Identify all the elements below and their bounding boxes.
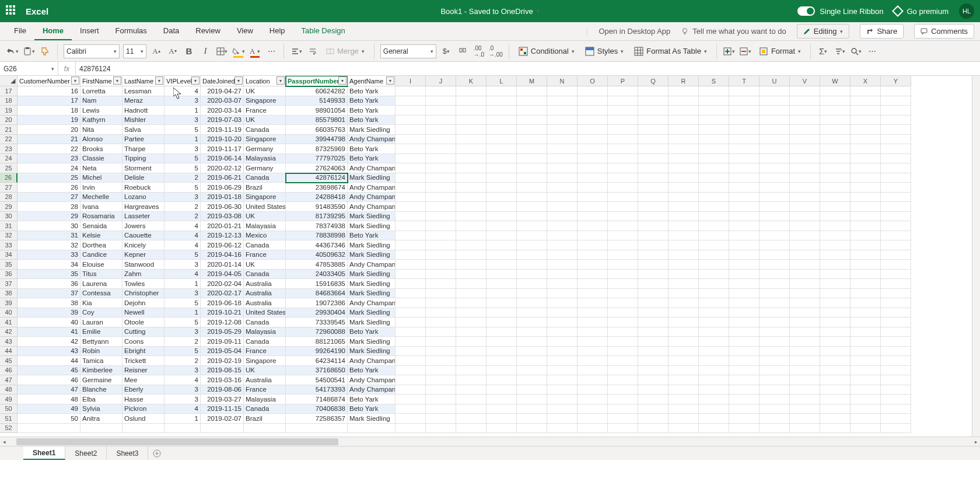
cell-empty[interactable]: [426, 347, 456, 357]
cell-46-agentname[interactable]: Beto Yark: [348, 366, 396, 376]
cell-empty[interactable]: [850, 231, 881, 241]
cell-empty[interactable]: [850, 116, 881, 125]
cell-19-lastname[interactable]: Hadnott: [123, 106, 164, 116]
cell-empty[interactable]: [547, 96, 578, 106]
cell-empty[interactable]: [517, 154, 547, 164]
cell-empty[interactable]: [790, 144, 820, 154]
cell-38-agentname[interactable]: Mark Siedling: [348, 289, 396, 299]
cell-36-location[interactable]: Canada: [244, 270, 286, 280]
cell-19-location[interactable]: France: [244, 106, 286, 116]
column-header-S[interactable]: S: [699, 76, 729, 86]
column-header-I[interactable]: I: [396, 76, 426, 86]
cell-empty[interactable]: [729, 135, 760, 145]
cell-empty[interactable]: [850, 337, 881, 347]
cell-empty[interactable]: [850, 221, 881, 231]
cell-46-firstname[interactable]: Kimberlee: [80, 366, 123, 376]
cell-43-datejoined[interactable]: 2019-09-11: [201, 337, 244, 347]
cell-49-firstname[interactable]: Elba: [80, 395, 123, 404]
cell-45-customernumber[interactable]: 44: [18, 356, 80, 366]
cell-empty[interactable]: [426, 317, 456, 327]
cell-empty[interactable]: [638, 86, 668, 96]
cell-empty[interactable]: [517, 240, 547, 250]
cell-empty[interactable]: [820, 298, 850, 308]
cell-37-datejoined[interactable]: 2020-02-04: [201, 279, 244, 289]
cell-empty[interactable]: [517, 366, 547, 376]
cell-19-viplevel[interactable]: 1: [164, 106, 201, 116]
cell-empty[interactable]: [578, 289, 608, 299]
cell-31-firstname[interactable]: Senaida: [80, 221, 123, 231]
cell-empty[interactable]: [638, 231, 668, 241]
cell-17-passportnumber[interactable]: 60624282: [286, 86, 348, 96]
cell-empty[interactable]: [456, 240, 487, 250]
cell-empty[interactable]: [668, 404, 699, 414]
cell-empty[interactable]: [578, 347, 608, 357]
cell-empty[interactable]: [668, 279, 699, 289]
column-header-M[interactable]: M: [517, 76, 547, 86]
row-header-30[interactable]: 30: [0, 212, 18, 222]
cell-18-location[interactable]: Singapore: [244, 96, 286, 106]
cell-empty[interactable]: [820, 395, 850, 404]
cell-empty[interactable]: [699, 202, 729, 212]
cell-empty[interactable]: [699, 135, 729, 145]
cell-empty[interactable]: [668, 270, 699, 280]
cell-51-location[interactable]: Brazil: [244, 414, 286, 424]
cell-empty[interactable]: [487, 404, 517, 414]
cell-empty[interactable]: [699, 317, 729, 327]
cell-39-passportnumber[interactable]: 19072386: [286, 298, 348, 308]
cell-24-viplevel[interactable]: 5: [164, 154, 201, 164]
cell-empty[interactable]: [790, 327, 820, 337]
cell-empty[interactable]: [164, 424, 201, 434]
ribbon-tab-table-design[interactable]: Table Design: [293, 22, 354, 40]
cell-empty[interactable]: [456, 202, 487, 212]
cell-empty[interactable]: [699, 385, 729, 395]
cell-empty[interactable]: [729, 86, 760, 96]
filter-dropdown-icon[interactable]: ▼: [276, 76, 285, 85]
cell-40-firstname[interactable]: Coy: [80, 308, 123, 318]
cell-empty[interactable]: [456, 385, 487, 395]
cell-empty[interactable]: [820, 375, 850, 385]
cell-empty[interactable]: [578, 250, 608, 260]
cell-empty[interactable]: [699, 356, 729, 366]
cell-empty[interactable]: [699, 298, 729, 308]
cell-empty[interactable]: [547, 289, 578, 299]
cell-empty[interactable]: [850, 202, 881, 212]
cell-empty[interactable]: [638, 116, 668, 125]
cell-empty[interactable]: [820, 308, 850, 318]
cell-empty[interactable]: [881, 279, 911, 289]
cell-empty[interactable]: [608, 183, 638, 193]
cell-empty[interactable]: [699, 250, 729, 260]
row-header-23[interactable]: 23: [0, 144, 18, 154]
cell-50-lastname[interactable]: Pickron: [123, 404, 164, 414]
cell-empty[interactable]: [578, 221, 608, 231]
cell-empty[interactable]: [729, 327, 760, 337]
cell-36-agentname[interactable]: Mark Siedling: [348, 270, 396, 280]
cell-33-agentname[interactable]: Mark Siedling: [348, 240, 396, 250]
cell-empty[interactable]: [578, 163, 608, 173]
cell-empty[interactable]: [820, 279, 850, 289]
cell-43-location[interactable]: Canada: [244, 337, 286, 347]
cell-47-passportnumber[interactable]: 54500541: [286, 375, 348, 385]
cell-18-customernumber[interactable]: 17: [18, 96, 80, 106]
cell-empty[interactable]: [820, 173, 850, 183]
cell-empty[interactable]: [699, 414, 729, 424]
cell-empty[interactable]: [608, 395, 638, 404]
cell-empty[interactable]: [517, 298, 547, 308]
cell-37-agentname[interactable]: Mark Siedling: [348, 279, 396, 289]
cell-31-datejoined[interactable]: 2020-01-21: [201, 221, 244, 231]
more-commands-button[interactable]: ⋯: [866, 44, 878, 59]
row-header-24[interactable]: 24: [0, 154, 18, 164]
cell-empty[interactable]: [396, 231, 426, 241]
cell-17-agentname[interactable]: Beto Yark: [348, 86, 396, 96]
cell-empty[interactable]: [426, 202, 456, 212]
cell-empty[interactable]: [881, 366, 911, 376]
cell-empty[interactable]: [578, 135, 608, 145]
cell-49-viplevel[interactable]: 3: [164, 395, 201, 404]
cell-27-lastname[interactable]: Roebuck: [123, 183, 164, 193]
cell-19-datejoined[interactable]: 2020-03-14: [201, 106, 244, 116]
cell-empty[interactable]: [790, 154, 820, 164]
cell-empty[interactable]: [456, 163, 487, 173]
editing-mode-button[interactable]: Editing ▾: [797, 24, 850, 39]
cell-empty[interactable]: [608, 260, 638, 270]
cell-empty[interactable]: [668, 221, 699, 231]
cell-empty[interactable]: [699, 106, 729, 116]
